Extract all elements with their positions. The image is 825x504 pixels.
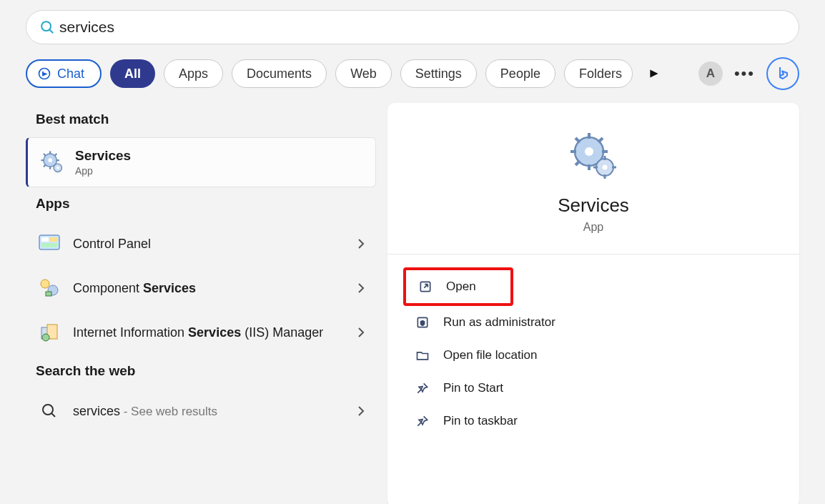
filter-row: Chat All Apps Documents Web Settings Peo…: [0, 44, 825, 103]
svg-rect-17: [50, 237, 57, 242]
highlight-box: Open: [403, 267, 513, 306]
tab-chat[interactable]: Chat: [26, 59, 102, 88]
app-item-component-services[interactable]: Component Services: [26, 266, 376, 310]
action-pin-to-taskbar[interactable]: Pin to taskbar: [409, 405, 778, 438]
tab-folders[interactable]: Folders: [564, 59, 633, 88]
action-open-file-location[interactable]: Open file location: [409, 339, 778, 372]
app-item-iis-manager[interactable]: Internet Information Services (IIS) Mana…: [26, 310, 376, 355]
svg-line-12: [55, 154, 57, 156]
svg-point-0: [41, 21, 51, 31]
tab-apps[interactable]: Apps: [164, 59, 223, 88]
app-item-control-panel[interactable]: Control Panel: [26, 222, 376, 266]
search-icon: [39, 19, 59, 35]
tab-all[interactable]: All: [110, 59, 155, 88]
web-item-label: services - See web results: [73, 402, 346, 420]
detail-subtitle: App: [409, 221, 778, 234]
tab-apps-label: Apps: [179, 66, 208, 81]
services-gear-icon: [568, 132, 619, 183]
divider: [387, 254, 799, 255]
svg-line-11: [44, 165, 46, 167]
tab-settings[interactable]: Settings: [400, 59, 477, 88]
tab-documents[interactable]: Documents: [232, 59, 327, 88]
control-panel-icon: [37, 232, 61, 256]
svg-point-24: [42, 334, 49, 341]
chevron-right-icon: [357, 238, 365, 249]
svg-line-36: [598, 138, 603, 142]
svg-rect-16: [41, 237, 49, 242]
tab-folders-label: Folders: [579, 66, 622, 81]
svg-point-28: [585, 147, 593, 156]
services-gear-icon: [39, 149, 65, 175]
action-pin-to-start[interactable]: Pin to Start: [409, 372, 778, 405]
action-label: Open: [446, 280, 476, 294]
svg-point-14: [56, 167, 59, 169]
pin-icon: [415, 413, 430, 429]
detail-title: Services: [409, 194, 778, 217]
action-label: Pin to Start: [443, 381, 503, 395]
tab-web[interactable]: Web: [335, 59, 392, 88]
section-web: Search the web: [36, 363, 376, 379]
web-search-item[interactable]: services - See web results: [26, 389, 376, 433]
svg-point-38: [603, 165, 608, 170]
action-label: Pin to taskbar: [443, 414, 518, 428]
action-label: Open file location: [443, 348, 537, 362]
svg-line-33: [575, 138, 580, 142]
app-item-label: Internet Information Services (IIS) Mana…: [73, 324, 346, 341]
app-item-label: Control Panel: [73, 235, 346, 252]
folder-icon: [415, 347, 430, 363]
svg-point-25: [43, 405, 53, 415]
tab-documents-label: Documents: [247, 66, 312, 81]
svg-rect-21: [46, 292, 51, 296]
svg-point-4: [48, 158, 52, 162]
tab-people-label: People: [500, 66, 540, 81]
component-services-icon: [37, 276, 61, 300]
results-list: Best match Services App Apps Control Pan…: [26, 103, 376, 504]
open-icon: [418, 279, 433, 295]
best-match-subtitle: App: [75, 165, 131, 177]
avatar[interactable]: A: [698, 61, 723, 86]
app-item-label: Component Services: [73, 280, 346, 297]
tab-settings-label: Settings: [415, 66, 462, 81]
iis-manager-icon: [37, 320, 61, 345]
best-match-title: Services: [75, 148, 131, 164]
search-bar[interactable]: [26, 10, 799, 44]
shield-icon: [415, 315, 430, 330]
svg-line-9: [44, 154, 46, 156]
search-input[interactable]: [59, 19, 786, 36]
more-menu-icon[interactable]: •••: [731, 64, 758, 83]
chevron-right-icon: [357, 405, 365, 417]
section-apps: Apps: [36, 196, 376, 212]
bing-icon[interactable]: [766, 57, 799, 90]
action-label: Run as administrator: [443, 315, 555, 330]
chevron-right-icon: [357, 282, 365, 294]
tab-all-label: All: [124, 66, 141, 81]
svg-point-19: [41, 280, 49, 288]
search-icon: [37, 399, 61, 423]
svg-line-35: [575, 161, 580, 165]
avatar-letter: A: [706, 66, 715, 81]
section-best-match: Best match: [36, 112, 376, 127]
best-match-item[interactable]: Services App: [26, 137, 376, 187]
detail-pane: Services App Open Run as administrator O…: [387, 103, 799, 504]
tab-web-label: Web: [350, 66, 377, 81]
svg-line-26: [51, 413, 55, 417]
chevron-right-icon: [357, 327, 365, 338]
pin-icon: [415, 380, 430, 396]
svg-rect-18: [41, 243, 57, 247]
tab-people[interactable]: People: [485, 59, 555, 88]
action-run-as-admin[interactable]: Run as administrator: [409, 306, 778, 339]
svg-line-1: [49, 29, 53, 33]
tab-chat-label: Chat: [57, 66, 84, 81]
more-tabs-arrow-icon[interactable]: [644, 64, 664, 84]
action-open[interactable]: Open: [412, 276, 482, 297]
